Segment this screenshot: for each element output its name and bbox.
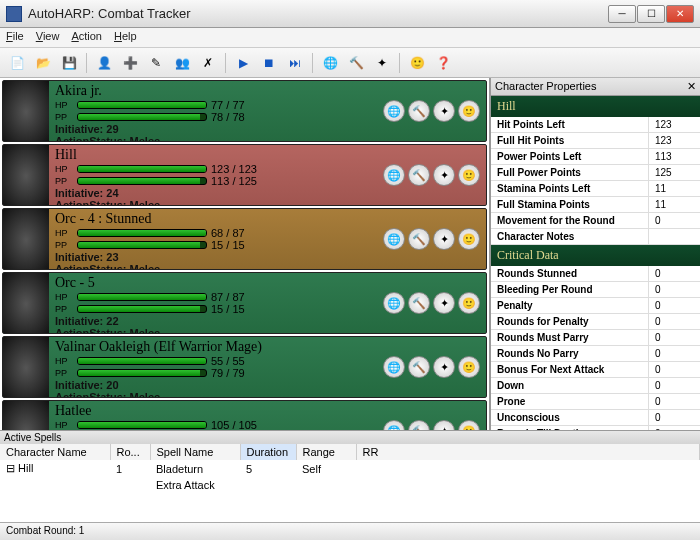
menu-action[interactable]: Action [71, 30, 102, 45]
add-person-icon[interactable]: 👤 [93, 52, 115, 74]
row-smile-icon[interactable]: 🙂 [458, 100, 480, 122]
prop-row[interactable]: Penalty0 [491, 298, 700, 314]
col-rounds[interactable]: Ro... [110, 444, 150, 460]
close-button[interactable]: ✕ [666, 5, 694, 23]
prop-value[interactable]: 0 [648, 282, 700, 297]
prop-row[interactable]: Character Notes [491, 229, 700, 245]
row-hammer-icon[interactable]: 🔨 [408, 100, 430, 122]
save-icon[interactable]: 💾 [58, 52, 80, 74]
row-globe-icon[interactable]: 🌐 [383, 292, 405, 314]
minimize-button[interactable]: ─ [608, 5, 636, 23]
prop-value[interactable]: 11 [648, 197, 700, 212]
prop-value[interactable]: 0 [648, 394, 700, 409]
smile-icon[interactable]: 🙂 [406, 52, 428, 74]
prop-row[interactable]: Full Hit Points123 [491, 133, 700, 149]
row-hammer-icon[interactable]: 🔨 [408, 228, 430, 250]
combat-list[interactable]: Akira jr.HP77 / 77PP78 / 78Initiative: 2… [0, 78, 490, 430]
prop-row[interactable]: Down0 [491, 378, 700, 394]
row-globe-icon[interactable]: 🌐 [383, 356, 405, 378]
prop-value[interactable]: 0 [648, 266, 700, 281]
row-smile-icon[interactable]: 🙂 [458, 164, 480, 186]
prop-row[interactable]: Full Power Points125 [491, 165, 700, 181]
col-range[interactable]: Range [296, 444, 356, 460]
edit-icon[interactable]: ✎ [145, 52, 167, 74]
combat-card[interactable]: Orc - 5HP87 / 87PP15 / 15Initiative: 22A… [2, 272, 487, 334]
prop-value[interactable]: 0 [648, 314, 700, 329]
row-wand-icon[interactable]: ✦ [433, 356, 455, 378]
prop-row[interactable]: Prone0 [491, 394, 700, 410]
row-globe-icon[interactable]: 🌐 [383, 164, 405, 186]
prop-value[interactable]: 113 [648, 149, 700, 164]
row-smile-icon[interactable]: 🙂 [458, 356, 480, 378]
prop-row[interactable]: Rounds Stunned0 [491, 266, 700, 282]
row-wand-icon[interactable]: ✦ [433, 100, 455, 122]
prop-value[interactable]: 123 [648, 117, 700, 132]
col-rr[interactable]: RR [356, 444, 700, 460]
spell-row[interactable]: ⊟ Hill1Bladeturn5Self [0, 460, 700, 477]
group-icon[interactable]: 👥 [171, 52, 193, 74]
prop-row[interactable]: Stamina Points Left11 [491, 181, 700, 197]
prop-value[interactable]: 125 [648, 165, 700, 180]
row-wand-icon[interactable]: ✦ [433, 164, 455, 186]
prop-row[interactable]: Power Points Left113 [491, 149, 700, 165]
prop-row[interactable]: Rounds No Parry0 [491, 346, 700, 362]
row-hammer-icon[interactable]: 🔨 [408, 292, 430, 314]
prop-row[interactable]: Rounds Must Parry0 [491, 330, 700, 346]
spell-row[interactable]: Extra Attack [0, 477, 700, 493]
row-smile-icon[interactable]: 🙂 [458, 420, 480, 430]
prop-value[interactable]: 0 [648, 346, 700, 361]
col-spell[interactable]: Spell Name [150, 444, 240, 460]
menu-file[interactable]: File [6, 30, 24, 45]
prop-row[interactable]: Bonus For Next Attack0 [491, 362, 700, 378]
row-smile-icon[interactable]: 🙂 [458, 292, 480, 314]
spells-table[interactable]: Character Name Ro... Spell Name Duration… [0, 444, 700, 493]
row-smile-icon[interactable]: 🙂 [458, 228, 480, 250]
prop-value[interactable]: 0 [648, 378, 700, 393]
row-globe-icon[interactable]: 🌐 [383, 420, 405, 430]
combat-card[interactable]: Valinar Oakleigh (Elf Warrior Mage)HP55 … [2, 336, 487, 398]
prop-value[interactable]: 0 [648, 330, 700, 345]
maximize-button[interactable]: ☐ [637, 5, 665, 23]
remove-person-icon[interactable]: ✗ [197, 52, 219, 74]
new-icon[interactable]: 📄 [6, 52, 28, 74]
prop-row[interactable]: Movement for the Round0 [491, 213, 700, 229]
play-icon[interactable]: ▶ [232, 52, 254, 74]
row-globe-icon[interactable]: 🌐 [383, 100, 405, 122]
prop-value[interactable]: 11 [648, 181, 700, 196]
prop-value[interactable]: 0 [648, 362, 700, 377]
row-hammer-icon[interactable]: 🔨 [408, 164, 430, 186]
hammer-icon[interactable]: 🔨 [345, 52, 367, 74]
prop-row[interactable]: Unconscious0 [491, 410, 700, 426]
panel-close-icon[interactable]: ✕ [687, 80, 696, 93]
menu-help[interactable]: Help [114, 30, 137, 45]
prop-row[interactable]: Hit Points Left123 [491, 117, 700, 133]
menu-view[interactable]: View [36, 30, 60, 45]
wand-icon[interactable]: ✦ [371, 52, 393, 74]
prop-value[interactable]: 0 [648, 410, 700, 425]
col-duration[interactable]: Duration [240, 444, 296, 460]
add-plus-icon[interactable]: ➕ [119, 52, 141, 74]
prop-value[interactable]: 0 [648, 213, 700, 228]
stop-icon[interactable]: ⏹ [258, 52, 280, 74]
row-wand-icon[interactable]: ✦ [433, 420, 455, 430]
prop-row[interactable]: Rounds for Penalty0 [491, 314, 700, 330]
row-wand-icon[interactable]: ✦ [433, 292, 455, 314]
row-globe-icon[interactable]: 🌐 [383, 228, 405, 250]
combat-card[interactable]: Akira jr.HP77 / 77PP78 / 78Initiative: 2… [2, 80, 487, 142]
col-character[interactable]: Character Name [0, 444, 110, 460]
prop-value[interactable]: 0 [648, 298, 700, 313]
globe-icon[interactable]: 🌐 [319, 52, 341, 74]
open-icon[interactable]: 📂 [32, 52, 54, 74]
row-hammer-icon[interactable]: 🔨 [408, 420, 430, 430]
row-wand-icon[interactable]: ✦ [433, 228, 455, 250]
help-icon[interactable]: ❓ [432, 52, 454, 74]
prop-row[interactable]: Bleeding Per Round0 [491, 282, 700, 298]
prop-value[interactable]: 123 [648, 133, 700, 148]
combat-card[interactable]: HillHP123 / 123PP113 / 125Initiative: 24… [2, 144, 487, 206]
row-hammer-icon[interactable]: 🔨 [408, 356, 430, 378]
prop-value[interactable] [648, 229, 700, 244]
next-icon[interactable]: ⏭ [284, 52, 306, 74]
combat-card[interactable]: Orc - 4 : StunnedHP68 / 87PP15 / 15Initi… [2, 208, 487, 270]
combat-card[interactable]: HatleeHP105 / 105PP🌐🔨✦🙂 [2, 400, 487, 430]
prop-row[interactable]: Full Stamina Points11 [491, 197, 700, 213]
